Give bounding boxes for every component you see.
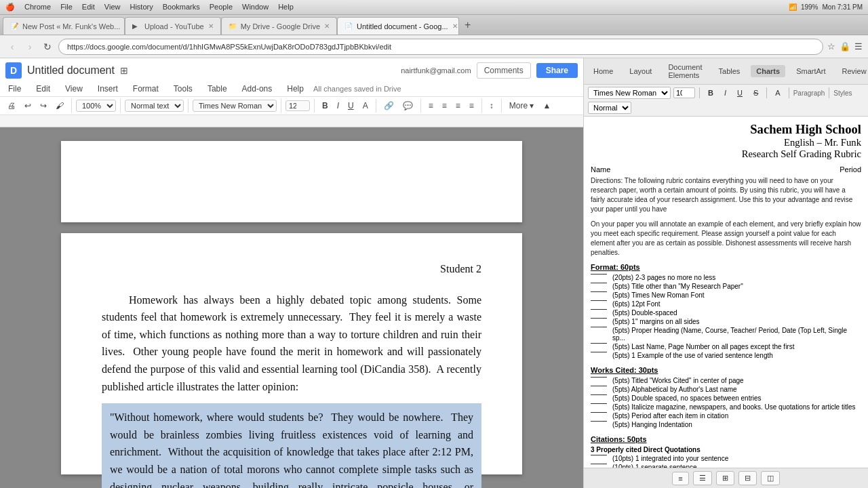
sidebar-view-btn2[interactable]: ☰ [693,471,712,485]
tab-google-docs[interactable]: 📄 Untitled document - Goog... ✕ [337,17,459,35]
citations-title: Citations: 50pts [591,435,861,443]
works-cited-title: Works Cited: 30pts [591,366,861,374]
sidebar-style-select[interactable]: Normal [588,102,631,114]
file-menu[interactable]: File [60,3,73,12]
doc-canvas[interactable]: Student 2 Homework has always been a hig… [0,127,583,488]
sidebar-tab-tables[interactable]: Tables [713,65,746,77]
sidebar-fontcolor-button[interactable]: A [771,87,784,99]
menu-insert[interactable]: Insert [95,83,121,95]
line-spacing-button[interactable]: ↕ [486,100,497,112]
autosave-status: All changes saved in Drive [313,85,401,93]
tab4-close[interactable]: ✕ [452,22,458,30]
font-size-input[interactable] [285,100,310,111]
document-title[interactable]: Untitled document [27,64,115,77]
font-color-button[interactable]: A [359,100,372,112]
sidebar-toolbar-sep1 [699,87,700,98]
menu-view[interactable]: View [62,83,85,95]
menu-help[interactable]: Help [284,83,307,95]
help-menu[interactable]: Help [278,3,294,12]
align-center-button[interactable]: ≡ [439,100,450,112]
sidebar-view-btn3[interactable]: ⊞ [716,471,734,485]
sidebar-view-btn1[interactable]: ≡ [672,472,688,485]
font-select[interactable]: Times New Roman Arial [193,100,277,112]
undo-button[interactable]: ↩ [21,100,35,112]
reload-button[interactable]: ↻ [41,40,54,54]
tab-google-drive[interactable]: 📁 My Drive - Google Drive ✕ [221,17,337,35]
italic-button[interactable]: I [334,100,342,112]
tab3-favicon: 📁 [229,22,237,30]
view-menu[interactable]: View [104,3,121,12]
link-button[interactable]: 🔗 [380,100,397,112]
ruler [0,115,583,127]
sidebar-tab-home[interactable]: Home [588,65,618,77]
people-menu[interactable]: People [210,3,233,12]
sidebar-bold-button[interactable]: B [704,87,717,99]
comments-button[interactable]: Comments [477,62,531,79]
bold-button[interactable]: B [319,100,332,112]
rubric-item: (5pts) Times New Roman Font [591,291,861,299]
more-button[interactable]: More ▾ [506,100,538,112]
align-left-button[interactable]: ≡ [425,100,437,112]
align-right-button[interactable]: ≡ [452,100,464,112]
sidebar-tab-smartart[interactable]: SmartArt [791,65,831,77]
chrome-menu[interactable]: Chrome [24,3,51,12]
school-name: Sachem High School [591,122,861,137]
back-button[interactable]: ‹ [5,40,19,54]
sidebar-italic-button[interactable]: I [720,87,730,99]
style-select[interactable]: Normal text Heading 1 Heading 2 [125,100,184,112]
menu-addons[interactable]: Add-ons [239,83,275,95]
settings-icon[interactable]: ☰ [854,41,863,52]
window-menu[interactable]: Window [242,3,269,12]
underline-button[interactable]: U [344,100,357,112]
menu-tools[interactable]: Tools [171,83,195,95]
menu-format[interactable]: Format [130,83,161,95]
history-menu[interactable]: History [130,3,153,12]
bookmark-icon[interactable]: ☆ [827,41,835,52]
sidebar-toolbar-sep2 [766,87,767,98]
share-button[interactable]: Share [536,63,578,78]
rubric-item: (5pts) Proper Heading (Name, Course, Tea… [591,327,861,342]
apple-menu[interactable]: 🍎 [5,3,15,12]
sidebar-underline-button[interactable]: U [733,87,747,99]
menu-edit[interactable]: Edit [33,83,53,95]
sidebar-toolbar-sep3 [789,87,789,98]
sidebar-font-select[interactable]: Times New Roman [588,87,671,99]
tab-new-post[interactable]: 📝 New Post « Mr. Funk's Web... ✕ [3,17,125,35]
edit-menu[interactable]: Edit [82,3,95,12]
tab4-label: Untitled document - Goog... [357,22,448,30]
paintformat-button[interactable]: 🖌 [52,100,67,112]
paragraph-1: Homework has always been a highly debate… [102,291,481,396]
tab2-close[interactable]: ✕ [208,22,214,30]
sidebar-tab-charts[interactable]: Charts [751,65,785,77]
bookmarks-menu[interactable]: Bookmarks [163,3,200,12]
tab2-favicon: ▶ [132,22,140,30]
tab-youtube[interactable]: ▶ Upload - YouTube ✕ [125,17,221,35]
rubric-item: (5pts) Alphabetical by Author's Last nam… [591,386,861,393]
sidebar-content: Sachem High School English – Mr. Funk Re… [584,117,868,468]
collapse-toolbar-button[interactable]: ▲ [539,100,554,112]
address-bar[interactable] [58,39,823,55]
comment-button[interactable]: 💬 [399,100,416,112]
justify-button[interactable]: ≡ [466,100,477,112]
sidebar-view-btn4[interactable]: ⊟ [738,471,757,485]
sidebar-strikethrough-button[interactable]: S [749,87,762,99]
sidebar-tab-doc-elements[interactable]: Document Elements [663,61,707,81]
menu-table[interactable]: Table [205,83,230,95]
zoom-select[interactable]: 100% [76,100,116,112]
drive-icon: ⊞ [120,65,128,76]
mac-menu[interactable]: 🍎 Chrome File Edit View History Bookmark… [5,3,294,12]
sidebar-fontsize-input[interactable] [673,87,695,98]
forward-button[interactable]: › [23,40,37,54]
sidebar-tab-review[interactable]: Review [837,65,868,77]
paragraph-label: Paragraph [793,89,825,97]
tab3-close[interactable]: ✕ [324,22,330,30]
main-content: D Untitled document ⊞ nairtfunk@gmail.co… [0,58,868,488]
sidebar-view-btn5[interactable]: ◫ [761,471,780,485]
toolbar-separator [71,99,72,113]
print-button[interactable]: 🖨 [4,100,19,112]
sidebar-tab-layout[interactable]: Layout [624,65,657,77]
new-tab-button[interactable]: + [459,16,476,34]
menu-file[interactable]: File [5,83,24,95]
redo-button[interactable]: ↪ [37,100,50,112]
rubric-directions: Directions: The following rubric contain… [591,176,861,214]
